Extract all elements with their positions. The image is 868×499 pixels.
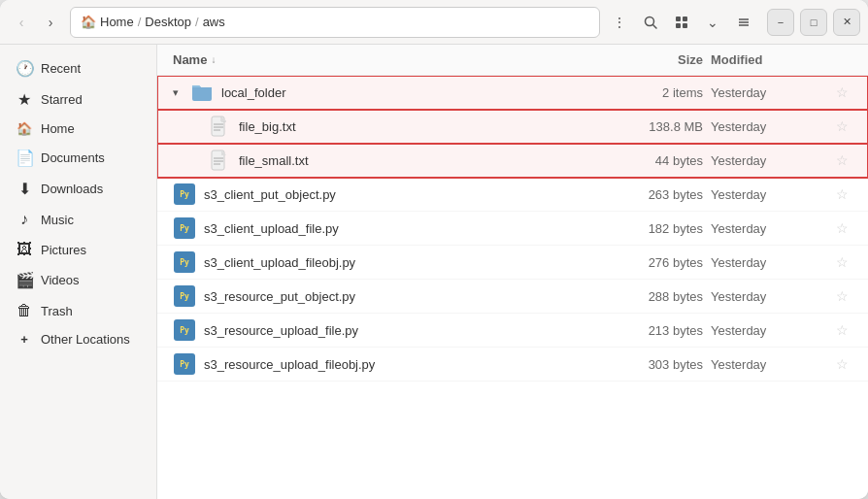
grid-view-button[interactable] xyxy=(668,9,695,36)
star-local-folder[interactable]: ☆ xyxy=(827,84,856,100)
forward-button[interactable]: › xyxy=(37,9,64,36)
file-row-file-small[interactable]: file_small.txt 44 bytes Yesterday ☆ xyxy=(157,144,868,178)
column-header-name[interactable]: Name ↓ xyxy=(173,52,594,67)
search-button[interactable] xyxy=(637,9,664,36)
size-s3-res-put: 288 bytes xyxy=(594,289,711,304)
modified-s3-res-upload: Yesterday xyxy=(711,323,827,338)
modified-local-folder: Yesterday xyxy=(711,85,827,100)
window-controls: − □ ✕ xyxy=(767,9,860,36)
sidebar-item-starred[interactable]: ★ Starred xyxy=(4,84,152,115)
expand-arrow-icon[interactable]: ▾ xyxy=(173,86,179,99)
star-file-small[interactable]: ☆ xyxy=(827,152,856,168)
size-s3-upload: 182 bytes xyxy=(594,221,711,236)
py-file-icon-s3-res-upload-fileobj: Py xyxy=(173,352,196,376)
sidebar-item-pictures[interactable]: 🖼 Pictures xyxy=(4,235,152,264)
svg-rect-5 xyxy=(683,23,687,28)
file-row-s3-res-put[interactable]: Py s3_resource_put_object.py 288 bytes Y… xyxy=(157,280,868,314)
file-row-s3-upload-fileobj[interactable]: Py s3_client_upload_fileobj.py 276 bytes… xyxy=(157,246,868,280)
txt-svg-small xyxy=(211,150,228,171)
close-button[interactable]: ✕ xyxy=(833,9,860,36)
list-icon xyxy=(737,16,751,29)
sidebar-label-documents: Documents xyxy=(41,150,105,165)
modified-s3-put: Yesterday xyxy=(711,187,827,202)
sidebar-item-videos[interactable]: 🎬 Videos xyxy=(4,265,152,295)
star-s3-upload[interactable]: ☆ xyxy=(827,220,856,236)
column-name-label: Name xyxy=(173,52,207,67)
size-file-big: 138.8 MB xyxy=(594,119,711,134)
recent-icon: 🕐 xyxy=(16,59,33,78)
python-icon: Py xyxy=(174,319,195,341)
breadcrumb[interactable]: 🏠 Home / Desktop / aws xyxy=(70,7,600,38)
svg-rect-4 xyxy=(676,23,681,28)
sidebar-item-music[interactable]: ♪ Music xyxy=(4,205,152,234)
file-name-cell-s3-upload: Py s3_client_upload_file.py xyxy=(173,216,594,240)
svg-line-1 xyxy=(653,24,657,28)
py-file-icon-s3-upload-fileobj: Py xyxy=(173,250,196,274)
filename-s3-put: s3_client_put_object.py xyxy=(204,187,336,202)
sidebar-item-documents[interactable]: 📄 Documents xyxy=(4,143,152,173)
music-icon: ♪ xyxy=(16,211,33,228)
sidebar-label-downloads: Downloads xyxy=(41,182,103,196)
py-file-icon-s3-put: Py xyxy=(173,183,196,206)
search-icon xyxy=(644,16,657,29)
svg-rect-2 xyxy=(676,17,681,21)
maximize-button[interactable]: □ xyxy=(800,9,827,36)
modified-s3-res-put: Yesterday xyxy=(711,289,827,304)
star-s3-res-put[interactable]: ☆ xyxy=(827,288,856,304)
py-file-icon-s3-res-upload: Py xyxy=(173,318,196,342)
file-row-s3-res-upload[interactable]: Py s3_resource_upload_file.py 213 bytes … xyxy=(157,314,868,348)
sidebar-item-other-locations[interactable]: + Other Locations xyxy=(4,326,152,352)
star-file-big[interactable]: ☆ xyxy=(827,118,856,134)
file-row-s3-upload[interactable]: Py s3_client_upload_file.py 182 bytes Ye… xyxy=(157,212,868,246)
star-s3-res-upload[interactable]: ☆ xyxy=(827,322,856,338)
txt-file-icon-big xyxy=(208,115,231,138)
column-header-size[interactable]: Size xyxy=(594,52,711,67)
size-local-folder: 2 items xyxy=(594,85,711,100)
sidebar-label-music: Music xyxy=(41,213,74,227)
breadcrumb-aws[interactable]: aws xyxy=(203,15,225,29)
sidebar-item-home[interactable]: 🏠 Home xyxy=(4,116,152,142)
sidebar-item-downloads[interactable]: ⬇ Downloads xyxy=(4,174,152,204)
trash-icon: 🗑 xyxy=(16,302,33,319)
breadcrumb-home[interactable]: Home xyxy=(100,15,134,29)
modified-file-small: Yesterday xyxy=(711,153,827,168)
other-locations-icon: + xyxy=(16,332,33,347)
file-manager-window: ‹ › 🏠 Home / Desktop / aws ⋮ xyxy=(0,0,868,499)
breadcrumb-desktop[interactable]: Desktop xyxy=(145,15,191,29)
filename-s3-res-upload-fileobj: s3_resource_upload_fileobj.py xyxy=(204,357,375,372)
filename-file-big: file_big.txt xyxy=(239,119,296,134)
file-row-file-big[interactable]: file_big.txt 138.8 MB Yesterday ☆ xyxy=(157,110,868,144)
list-view-button[interactable] xyxy=(730,9,757,36)
size-s3-res-upload-fileobj: 303 bytes xyxy=(594,357,711,372)
folder-svg xyxy=(190,83,214,102)
home-icon: 🏠 xyxy=(81,15,96,29)
chevron-down-button[interactable]: ⌄ xyxy=(699,9,726,36)
sidebar-item-trash[interactable]: 🗑 Trash xyxy=(4,296,152,325)
file-list-header: Name ↓ Size Modified xyxy=(157,45,868,76)
file-row-s3-res-upload-fileobj[interactable]: Py s3_resource_upload_fileobj.py 303 byt… xyxy=(157,348,868,382)
file-row-s3-put[interactable]: Py s3_client_put_object.py 263 bytes Yes… xyxy=(157,178,868,212)
sidebar-label-pictures: Pictures xyxy=(41,243,86,257)
filename-s3-res-upload: s3_resource_upload_file.py xyxy=(204,323,358,338)
modified-s3-upload: Yesterday xyxy=(711,221,827,236)
column-header-modified[interactable]: Modified xyxy=(711,52,827,67)
sidebar-item-recent[interactable]: 🕐 Recent xyxy=(4,53,152,83)
py-file-icon-s3-res-put: Py xyxy=(173,284,196,308)
star-s3-res-upload-fileobj[interactable]: ☆ xyxy=(827,356,856,372)
file-name-cell-file-small: file_small.txt xyxy=(208,149,594,172)
star-s3-put[interactable]: ☆ xyxy=(827,186,856,202)
sort-arrow-icon: ↓ xyxy=(211,54,216,65)
back-button[interactable]: ‹ xyxy=(8,9,35,36)
python-icon: Py xyxy=(174,285,195,307)
main-content: 🕐 Recent ★ Starred 🏠 Home 📄 Documents ⬇ … xyxy=(0,45,868,499)
star-s3-upload-fileobj[interactable]: ☆ xyxy=(827,254,856,270)
menu-button[interactable]: ⋮ xyxy=(606,9,633,36)
file-row-local-folder[interactable]: ▾ local_folder 2 items Yesterday ☆ xyxy=(157,76,868,110)
sidebar-label-recent: Recent xyxy=(41,61,81,76)
documents-icon: 📄 xyxy=(16,149,33,167)
titlebar-actions: ⋮ ⌄ xyxy=(606,9,757,36)
svg-rect-3 xyxy=(683,17,687,21)
minimize-button[interactable]: − xyxy=(767,9,794,36)
pictures-icon: 🖼 xyxy=(16,241,33,258)
folder-icon xyxy=(190,81,214,104)
